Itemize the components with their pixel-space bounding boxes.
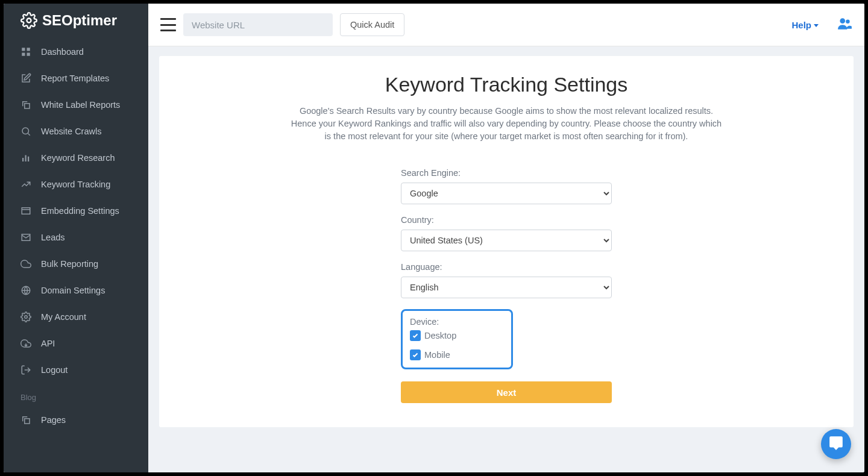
sidebar-item-label: API — [41, 339, 55, 348]
page-title: Keyword Tracking Settings — [183, 73, 829, 96]
edit-icon — [20, 73, 31, 84]
language-label: Language: — [401, 262, 612, 272]
device-label: Device: — [410, 317, 504, 327]
sidebar-item-label: Report Templates — [41, 74, 109, 83]
desktop-checkbox-label: Desktop — [424, 331, 456, 340]
sidebar-item-label: Keyword Research — [41, 153, 115, 163]
next-button[interactable]: Next — [401, 381, 612, 403]
sidebar-item-keyword-tracking[interactable]: Keyword Tracking — [4, 171, 148, 198]
sidebar-item-label: Domain Settings — [41, 286, 105, 295]
copy-icon — [20, 415, 31, 425]
sidebar-item-pages[interactable]: Pages — [4, 407, 148, 433]
field-search-engine: Search Engine: Google — [401, 168, 612, 204]
svg-rect-14 — [25, 419, 30, 424]
field-country: Country: United States (US) — [401, 215, 612, 251]
svg-rect-2 — [27, 48, 30, 51]
sidebar-nav-blog: Pages — [4, 407, 148, 433]
svg-point-0 — [27, 19, 31, 23]
language-select[interactable]: English — [401, 277, 612, 298]
search-icon — [20, 126, 31, 137]
sidebar-item-label: Keyword Tracking — [41, 180, 110, 189]
copy-icon — [20, 99, 31, 110]
settings-card: Keyword Tracking Settings Google's Searc… — [159, 56, 854, 427]
quick-audit-button[interactable]: Quick Audit — [340, 13, 404, 36]
settings-form: Search Engine: Google Country: United St… — [401, 168, 612, 403]
globe-icon — [20, 285, 31, 296]
sidebar-item-label: Pages — [41, 415, 66, 425]
website-url-input[interactable] — [183, 13, 333, 36]
desktop-checkbox[interactable]: Desktop — [410, 330, 456, 341]
sidebar-item-embedding-settings[interactable]: Embedding Settings — [4, 198, 148, 224]
svg-rect-1 — [22, 48, 25, 51]
dashboard-icon — [20, 46, 31, 57]
field-language: Language: English — [401, 262, 612, 298]
device-options: Desktop Mobile — [410, 330, 504, 360]
sidebar-item-label: Logout — [41, 365, 68, 375]
app-root: SEOptimer Dashboard Report Templates Whi… — [4, 4, 864, 472]
help-dropdown[interactable]: Help — [791, 20, 819, 30]
sidebar-item-bulk-reporting[interactable]: Bulk Reporting — [4, 251, 148, 277]
trend-icon — [20, 179, 31, 190]
sidebar-item-label: White Label Reports — [41, 100, 120, 110]
sidebar-item-website-crawls[interactable]: Website Crawls — [4, 118, 148, 145]
main: Quick Audit Help Keyword Tracking Settin… — [148, 4, 864, 472]
mobile-checkbox-label: Mobile — [424, 350, 450, 360]
check-icon — [410, 349, 421, 360]
sidebar-item-leads[interactable]: Leads — [4, 224, 148, 251]
sidebar-item-label: Embedding Settings — [41, 206, 119, 216]
sidebar-item-label: Dashboard — [41, 47, 84, 57]
svg-point-15 — [840, 18, 845, 23]
sidebar-item-report-templates[interactable]: Report Templates — [4, 65, 148, 92]
sidebar-item-dashboard[interactable]: Dashboard — [4, 39, 148, 65]
search-engine-label: Search Engine: — [401, 168, 612, 178]
svg-point-13 — [25, 316, 28, 319]
check-icon — [410, 330, 421, 341]
sidebar-nav: Dashboard Report Templates White Label R… — [4, 39, 148, 383]
mail-icon — [20, 232, 31, 243]
logout-icon — [20, 365, 31, 375]
device-highlight-box: Device: Desktop — [401, 309, 513, 369]
svg-point-6 — [22, 128, 29, 134]
brand-name: SEOptimer — [42, 12, 117, 29]
country-label: Country: — [401, 215, 612, 225]
sidebar-item-api[interactable]: API — [4, 330, 148, 357]
sidebar-item-label: My Account — [41, 312, 86, 322]
bar-chart-icon — [20, 152, 31, 163]
svg-rect-8 — [25, 155, 27, 162]
gear-icon — [20, 312, 31, 322]
sidebar-item-keyword-research[interactable]: Keyword Research — [4, 145, 148, 171]
cloud-download-icon — [20, 338, 31, 349]
sidebar-item-label: Website Crawls — [41, 127, 101, 136]
users-icon[interactable] — [837, 16, 852, 34]
svg-rect-4 — [27, 53, 30, 56]
topbar: Quick Audit Help — [148, 4, 864, 46]
chat-icon — [828, 435, 844, 453]
svg-point-16 — [846, 20, 850, 24]
svg-rect-9 — [28, 157, 29, 161]
sidebar-item-label: Leads — [41, 233, 65, 242]
content: Keyword Tracking Settings Google's Searc… — [148, 46, 864, 472]
sidebar: SEOptimer Dashboard Report Templates Whi… — [4, 4, 148, 472]
chevron-down-icon — [814, 24, 819, 27]
menu-toggle-icon[interactable] — [160, 18, 176, 31]
help-label: Help — [791, 20, 811, 30]
svg-rect-10 — [22, 208, 30, 215]
sidebar-section-blog: Blog — [4, 383, 148, 407]
sidebar-item-domain-settings[interactable]: Domain Settings — [4, 277, 148, 304]
cloud-icon — [20, 258, 31, 269]
country-select[interactable]: United States (US) — [401, 230, 612, 251]
brand-logo[interactable]: SEOptimer — [4, 4, 148, 39]
svg-rect-5 — [25, 104, 30, 108]
svg-rect-3 — [22, 53, 25, 56]
gear-icon — [20, 12, 37, 29]
sidebar-item-white-label-reports[interactable]: White Label Reports — [4, 92, 148, 118]
sidebar-item-logout[interactable]: Logout — [4, 357, 148, 383]
sidebar-item-label: Bulk Reporting — [41, 259, 98, 269]
page-description: Google's Search Results vary by country … — [289, 105, 723, 143]
svg-rect-7 — [22, 158, 24, 161]
chat-fab[interactable] — [821, 429, 851, 459]
mobile-checkbox[interactable]: Mobile — [410, 349, 450, 360]
search-engine-select[interactable]: Google — [401, 183, 612, 204]
embed-icon — [20, 205, 31, 216]
sidebar-item-my-account[interactable]: My Account — [4, 304, 148, 330]
